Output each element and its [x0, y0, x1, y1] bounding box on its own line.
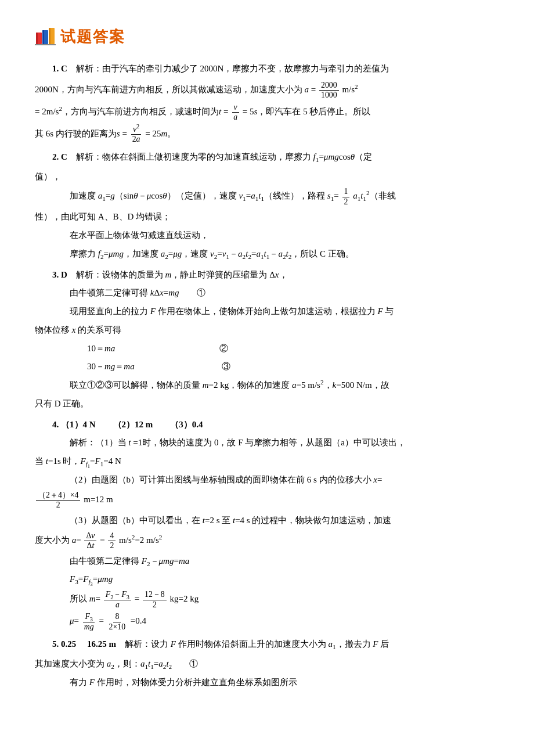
answer-5-a2: 其加速度大小变为 a2，则：a1t1=a2t2 ①	[35, 656, 499, 672]
answer-1-line4: 其 6s 内行驶的距离为s = v2 2a = 25m。	[35, 125, 499, 145]
answer-1-line3: = 2m/s2，方向与汽车前进方向相反，减速时间为t = v a = 5s，即汽…	[35, 103, 499, 123]
svg-rect-6	[35, 44, 56, 45]
answer-4-intro: 解析：（1）当 t =1时，物块的速度为 0，故 F 与摩擦力相等，从题图（a）…	[35, 435, 499, 451]
answer-4-part2: （2）由题图（b）可计算出图线与坐标轴围成的面即物体在前 6 s 内的位移大小 …	[35, 472, 499, 488]
answer-4-F3: F3=Ff3=μmg	[35, 571, 499, 588]
answer-5-result: 5. 0.25 16.25 m 解析：设力 F 作用时物体沿斜面上升的加速度大小…	[35, 636, 499, 653]
answer-3-eq3-val: 30－mg＝ma ③	[35, 359, 499, 375]
answer-3-intro: 3. D 解析：设物体的质量为 m，静止时弹簧的压缩量为 Δx，	[35, 267, 499, 283]
answer-3-conclusion: 只有 D 正确。	[35, 396, 499, 412]
answer-2-friction: 摩擦力 f2=μmg，加速度 a2=μg，速度 v2=v1－a2t2=a1t1－…	[35, 246, 499, 262]
answer-3-eq1: 由牛顿第二定律可得 kΔx=mg ①	[35, 285, 499, 301]
svg-rect-3	[42, 30, 44, 44]
answer-4-mass: 所以 m= F2－F3 a = 12－8 2 kg=2 kg	[35, 590, 499, 610]
answer-3: 3. D 解析：设物体的质量为 m，静止时弹簧的压缩量为 Δx， 由牛顿第二定律…	[35, 267, 499, 412]
answer-4-t1: 当 t=1s 时，Ff1=F1=4 N	[35, 453, 499, 470]
content-area: 1. C 解析：由于汽车的牵引力减少了 2000N，摩擦力不变，故摩擦力与牵引力…	[35, 61, 499, 691]
page-header: 试题答案	[35, 23, 499, 51]
answer-4: 4. （1）4 N （2）12 m （3）0.4 解析：（1）当 t =1时，物…	[35, 417, 499, 632]
svg-rect-1	[36, 33, 38, 44]
page-title: 试题答案	[60, 23, 125, 51]
answer-3-eq2-val: 10＝ma ②	[35, 341, 499, 357]
answer-4-result: 4. （1）4 N （2）12 m （3）0.4	[35, 417, 499, 433]
answer-1-line2: 2000N，方向与汽车前进方向相反，所以其做减速运动，加速度大小为 a = 20…	[35, 81, 499, 100]
answer-3-eq2-text: 现用竖直向上的拉力 F 作用在物体上，使物体开始向上做匀加速运动，根据拉力 F …	[35, 304, 499, 320]
answer-2: 2. C 解析：物体在斜面上做初速度为零的匀加速直线运动，摩擦力 f1=μmgc…	[35, 149, 499, 262]
answer-3-solve: 联立①②③可以解得，物体的质量 m=2 kg，物体的加速度 a=5 m/s2，k…	[35, 377, 499, 394]
answer-4-newton2: 由牛顿第二定律得 F2－μmg=ma	[35, 553, 499, 570]
answer-2-line2: 值），	[35, 169, 499, 185]
answer-3-eq2-cont: 物体位移 x 的关系可得	[35, 322, 499, 339]
books-icon	[35, 28, 56, 45]
answer-5-force-analysis: 有力 F 作用时，对物体受力分析并建立直角坐标系如图所示	[35, 675, 499, 691]
answer-2-line3: 性），由此可知 A、B、D 均错误；	[35, 209, 499, 225]
answer-4-mu: μ= F3 mg = 8 2×10 =0.4	[35, 612, 499, 632]
answer-2-acceleration: 加速度 a1=g（sinθ－μcosθ）（定值），速度 v1=a1t1（线性），…	[35, 187, 499, 207]
answer-1: 1. C 解析：由于汽车的牵引力减少了 2000N，摩擦力不变，故摩擦力与牵引力…	[35, 61, 499, 145]
answer-2-intro: 2. C 解析：物体在斜面上做初速度为零的匀加速直线运动，摩擦力 f1=μmgc…	[35, 149, 499, 165]
answer-1-intro: 1. C 解析：由于汽车的牵引力减少了 2000N，摩擦力不变，故摩擦力与牵引力…	[35, 61, 499, 77]
answer-2-horiz: 在水平面上物体做匀减速直线运动，	[35, 228, 499, 244]
answer-4-calc: （2＋4）×4 2 m=12 m	[35, 491, 499, 510]
answer-5: 5. 0.25 16.25 m 解析：设力 F 作用时物体沿斜面上升的加速度大小…	[35, 636, 499, 690]
answer-4-accel: 度大小为 a= Δv Δt = 4 2 m/s2=2 m/s2	[35, 531, 499, 551]
answer-4-part3: （3）从题图（b）中可以看出，在 t=2 s 至 t=4 s 的过程中，物块做匀…	[35, 513, 499, 529]
svg-rect-5	[49, 28, 50, 44]
